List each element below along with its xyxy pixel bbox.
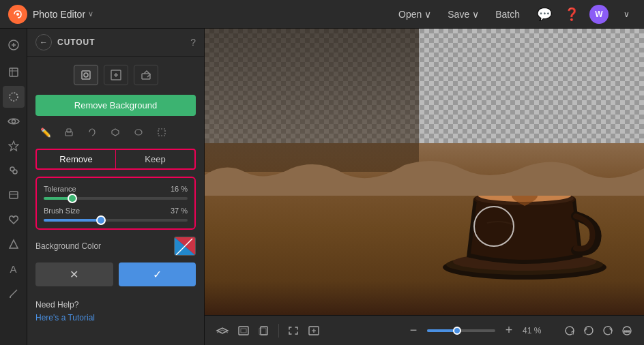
more-icon[interactable] xyxy=(621,325,633,336)
zoom-out-button[interactable]: − xyxy=(405,322,422,339)
svg-point-7 xyxy=(13,170,17,174)
app-logo[interactable] xyxy=(8,5,27,24)
pages-icon[interactable] xyxy=(258,325,270,336)
svg-marker-18 xyxy=(112,129,119,136)
tool-text[interactable]: A xyxy=(3,258,25,280)
rect-select-tool[interactable] xyxy=(151,123,172,142)
rotate-cw-icon[interactable] xyxy=(564,325,576,336)
help-section: Need Help? Here's a Tutorial xyxy=(27,295,204,331)
cutout-manual-icon[interactable] xyxy=(104,65,128,85)
help-title: Need Help? xyxy=(35,300,196,310)
svg-line-11 xyxy=(10,290,17,297)
brush-size-label: Brush Size xyxy=(44,207,80,215)
svg-marker-10 xyxy=(10,240,18,248)
panel-help-icon[interactable]: ? xyxy=(190,37,196,48)
cutout-erase-icon[interactable] xyxy=(134,65,158,85)
svg-rect-33 xyxy=(241,329,246,333)
lasso-tool[interactable] xyxy=(82,123,102,142)
layers-icon[interactable] xyxy=(216,325,229,336)
side-panel: ← CUTOUT ? xyxy=(27,29,205,345)
tool-eye[interactable] xyxy=(3,110,25,132)
cutout-auto-icon[interactable] xyxy=(74,65,98,85)
tool-heart[interactable] xyxy=(3,209,25,230)
brush-size-thumb[interactable] xyxy=(96,215,106,225)
tool-star[interactable] xyxy=(3,135,25,157)
cutout-tools: ✏️ xyxy=(35,123,196,142)
zoom-controls: − + 41 % xyxy=(405,322,547,339)
tool-effects[interactable] xyxy=(3,160,25,181)
save-menu[interactable]: Save ∨ xyxy=(441,6,486,22)
tool-brush[interactable] xyxy=(3,282,25,304)
oval-tool[interactable] xyxy=(128,123,149,142)
bottom-toolbar: − + 41 % xyxy=(205,315,644,345)
save-chevron-icon: ∨ xyxy=(472,9,479,20)
bg-color-row: Background Color xyxy=(35,237,196,256)
svg-point-0 xyxy=(16,13,19,16)
user-avatar[interactable]: W xyxy=(589,5,609,24)
remove-keep-tabs: Remove Keep xyxy=(35,149,196,170)
brush-size-track[interactable] xyxy=(44,219,188,222)
svg-point-13 xyxy=(84,73,88,77)
stamp-tool[interactable] xyxy=(59,123,79,142)
zoom-fill xyxy=(427,329,454,332)
svg-rect-8 xyxy=(10,192,18,198)
zoom-in-button[interactable]: + xyxy=(501,322,517,339)
polygon-tool[interactable] xyxy=(105,123,126,142)
help-icon[interactable]: ❓ xyxy=(562,5,581,24)
topbar-right: 💬 ❓ W ∨ xyxy=(535,5,636,24)
canvas-area: − + 41 % xyxy=(205,29,644,345)
tool-home[interactable] xyxy=(3,34,25,56)
open-menu[interactable]: Open ∨ xyxy=(392,6,438,22)
account-chevron-icon[interactable]: ∨ xyxy=(617,5,636,24)
chat-icon[interactable]: 💬 xyxy=(535,5,554,24)
tool-crop[interactable] xyxy=(3,61,25,83)
expand-icon[interactable] xyxy=(287,325,299,336)
bg-color-swatch[interactable] xyxy=(174,237,196,256)
toolbar-separator-1 xyxy=(278,324,279,338)
help-link[interactable]: Here's a Tutorial xyxy=(35,313,95,322)
zoom-level: 41 % xyxy=(523,326,547,335)
action-row: ✕ ✓ xyxy=(35,262,196,286)
brush-size-value: 37 % xyxy=(171,207,188,215)
back-button[interactable]: ← xyxy=(35,34,52,50)
batch-menu[interactable]: Batch xyxy=(488,6,527,22)
brush-size-row: Brush Size 37 % xyxy=(44,207,188,222)
remove-tab[interactable]: Remove xyxy=(37,150,116,168)
svg-point-4 xyxy=(12,120,15,123)
tool-strip: A xyxy=(0,29,27,345)
svg-rect-15 xyxy=(142,74,150,79)
tolerance-value: 16 % xyxy=(171,185,188,193)
frames-icon[interactable] xyxy=(237,325,250,336)
tolerance-track[interactable] xyxy=(44,197,188,200)
zoom-slider[interactable] xyxy=(427,329,495,332)
svg-point-19 xyxy=(135,130,142,135)
keep-tab[interactable]: Keep xyxy=(116,150,194,168)
panel-content: Remove Background ✏️ xyxy=(27,57,204,295)
pencil-tool[interactable]: ✏️ xyxy=(35,123,56,142)
svg-rect-2 xyxy=(10,68,18,76)
cutout-mode-icons xyxy=(35,65,196,85)
zoom-thumb[interactable] xyxy=(453,327,461,335)
panel-title: CUTOUT xyxy=(57,38,185,47)
tool-cutout[interactable] xyxy=(3,86,25,108)
svg-point-3 xyxy=(10,93,18,101)
confirm-button[interactable]: ✓ xyxy=(119,262,196,286)
undo-icon[interactable] xyxy=(583,325,595,336)
panel-header: ← CUTOUT ? xyxy=(27,29,204,57)
remove-background-button[interactable]: Remove Background xyxy=(35,95,196,116)
svg-rect-32 xyxy=(239,327,248,335)
slider-section: Tolerance 16 % Brush Size 37 % xyxy=(35,177,196,230)
tool-shape[interactable] xyxy=(3,233,25,255)
tolerance-thumb[interactable] xyxy=(68,194,77,203)
redo-icon[interactable] xyxy=(602,325,614,336)
main-area: A ← CUTOUT ? xyxy=(0,29,644,345)
tool-layers[interactable] xyxy=(3,184,25,206)
tolerance-label: Tolerance xyxy=(44,185,76,193)
open-chevron-icon: ∨ xyxy=(424,9,431,20)
topbar: Photo Editor ∨ Open ∨ Save ∨ Batch 💬 ❓ W… xyxy=(0,0,644,29)
canvas-main[interactable] xyxy=(205,29,644,315)
cancel-button[interactable]: ✕ xyxy=(35,262,113,286)
app-name-chevron[interactable]: ∨ xyxy=(88,10,93,18)
fit-icon[interactable] xyxy=(308,325,320,336)
app-name: Photo Editor xyxy=(33,9,85,20)
